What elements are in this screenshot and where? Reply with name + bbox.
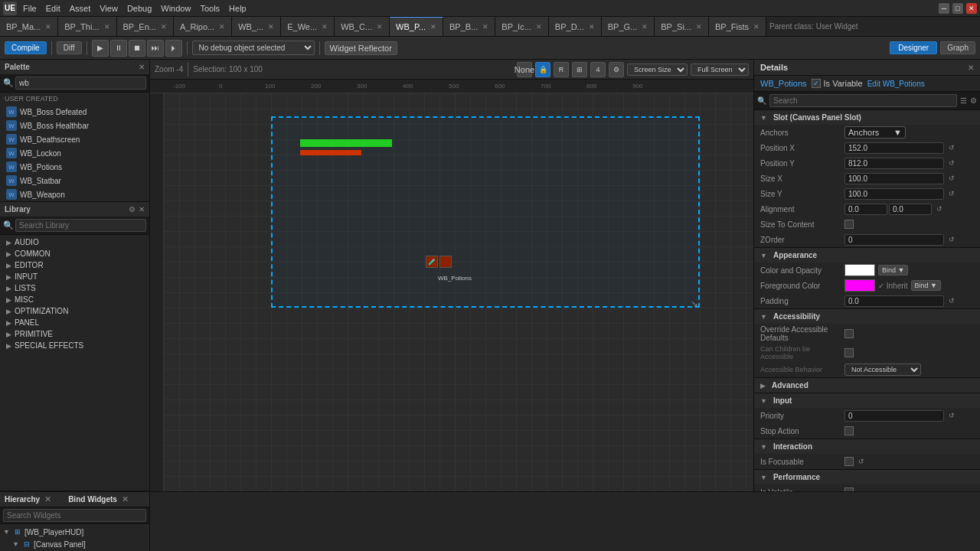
palette-item-deathscreen[interactable]: W WB_Deathscreen [0,132,149,146]
position-x-input[interactable] [844,142,944,154]
input-section-header[interactable]: ▼ Input [754,393,980,408]
palette-header[interactable]: Palette ✕ [0,60,149,74]
library-common[interactable]: ▶COMMON [0,248,149,259]
tab-bp-si[interactable]: BP_Si...✕ [655,17,709,37]
color-swatch[interactable] [844,264,875,276]
view-none-button[interactable]: None [517,62,532,77]
designer-button[interactable]: Designer [890,41,937,54]
alignment-y-input[interactable] [889,204,932,215]
details-search-input[interactable] [769,94,957,107]
tab-wb-c[interactable]: WB_C...✕ [335,17,390,37]
size-y-input[interactable] [844,188,944,200]
diff-button[interactable]: Diff [57,41,82,54]
bind-foreground-button[interactable]: Bind ▼ [911,280,941,291]
tab-bp-b[interactable]: BP_B...✕ [443,17,495,37]
palette-close[interactable]: ✕ [139,63,145,71]
tab-wb-p[interactable]: WB_P...✕ [390,17,443,37]
skip-button[interactable]: ⏭ [147,40,164,57]
menu-tools[interactable]: Tools [200,4,220,13]
reset-icon[interactable]: ↺ [947,159,956,167]
is-variable-toggle[interactable]: Is Variable [812,79,863,88]
library-primitive[interactable]: ▶PRIMITIVE [0,328,149,340]
edit-wb-potions-link[interactable]: Edit WB_Potions [867,80,925,88]
hierarchy-close[interactable]: ✕ [44,494,51,504]
details-close[interactable]: ✕ [968,64,974,72]
palette-search-input[interactable] [15,77,146,90]
library-lists[interactable]: ▶LISTS [0,282,149,294]
view-lock-button[interactable]: 🔒 [535,62,550,77]
tab-wb[interactable]: WB_...✕ [232,17,281,37]
padding-input[interactable] [844,295,944,307]
menu-window[interactable]: Window [161,4,191,13]
library-panel[interactable]: ▶PANEL [0,317,149,328]
tab-bp-ma[interactable]: BP_Ma...✕ [0,17,58,37]
wb-potions-widget[interactable]: 🧪 WB_Potions [426,256,452,268]
pause-button[interactable]: ⏸ [110,40,127,57]
is-variable-checkbox[interactable] [812,79,821,88]
canvas-content[interactable]: 🧪 WB_Potions ↘ [164,93,753,491]
size-x-input[interactable] [844,173,944,184]
stop-button[interactable]: ⏹ [129,40,145,57]
screen-size-select[interactable]: Screen Size [627,64,688,76]
foreground-swatch[interactable] [844,279,875,292]
debug-object-select[interactable]: No debug object selected [192,41,315,55]
focusable-checkbox[interactable] [844,457,854,466]
hier-item-wb-playerhud[interactable]: ▼ ⊞ [WB_PlayerHUD] [0,526,149,538]
view-grid-button[interactable]: ⊞ [572,62,587,77]
library-header[interactable]: Library ⚙ ✕ [0,202,149,217]
palette-item-boss-defeated[interactable]: W WB_Boss Defeated [0,105,149,119]
tab-a-ripo[interactable]: A_Ripo...✕ [174,17,232,37]
library-input[interactable]: ▶INPUT [0,271,149,282]
reset-icon[interactable]: ↺ [947,174,956,182]
position-y-input[interactable] [844,158,944,169]
widget-reflector-button[interactable]: Widget Reflector [325,41,397,55]
library-special-effects[interactable]: ▶SPECIAL EFFECTS [0,340,149,351]
tab-bp-en[interactable]: BP_En...✕ [117,17,174,37]
menu-view[interactable]: View [100,4,118,13]
library-editor[interactable]: ▶EDITOR [0,259,149,271]
menu-edit[interactable]: Edit [46,4,60,13]
library-close[interactable]: ✕ [139,205,145,214]
zorder-input[interactable] [844,234,944,246]
anchors-dropdown[interactable]: Anchors ▼ [844,126,906,139]
advanced-section-header[interactable]: ▶ Advanced [754,378,980,393]
reset-icon[interactable]: ↺ [935,205,944,213]
tab-bp-d[interactable]: BP_D...✕ [549,17,602,37]
interaction-section-header[interactable]: ▼ Interaction [754,439,980,454]
library-misc[interactable]: ▶MISC [0,294,149,305]
appearance-section-header[interactable]: ▼ Appearance [754,248,980,262]
accessibility-section-header[interactable]: ▼ Accessibility [754,309,980,324]
close-button[interactable]: ✕ [966,3,977,14]
palette-item-potions[interactable]: W WB_Potions [0,160,149,174]
override-checkbox[interactable] [844,329,854,338]
menu-help[interactable]: Help [229,4,247,13]
reset-icon[interactable]: ↺ [947,297,956,305]
menu-file[interactable]: File [23,4,37,13]
reset-icon[interactable]: ↺ [947,190,956,197]
tab-e-we[interactable]: E_We...✕ [281,17,335,37]
priority-input[interactable] [844,410,944,422]
palette-item-statbar[interactable]: W WB_Statbar [0,174,149,187]
view-r-button[interactable]: R [554,62,569,77]
alignment-x-input[interactable] [844,204,887,215]
reset-icon[interactable]: ↺ [947,412,956,419]
stop-action-checkbox[interactable] [844,426,854,435]
accessible-behavior-select[interactable]: Not Accessible [844,364,921,376]
settings-icon[interactable]: ⚙ [129,205,136,214]
tab-bp-thi[interactable]: BP_Thi...✕ [58,17,116,37]
can-children-checkbox[interactable] [844,348,854,357]
reset-icon[interactable]: ↺ [947,236,956,243]
widget-name-label[interactable]: WB_Potions [760,79,807,88]
library-optimization[interactable]: ▶OPTIMIZATION [0,305,149,317]
minimize-button[interactable]: ─ [939,3,949,14]
view-4-button[interactable]: 4 [590,62,606,77]
palette-item-lockon[interactable]: W WB_Lockon [0,146,149,160]
widget-frame[interactable]: 🧪 WB_Potions ↘ [271,116,700,308]
bind-color-button[interactable]: Bind ▼ [878,265,908,276]
settings-icon[interactable]: ⚙ [970,96,977,105]
list-view-icon[interactable]: ☰ [960,96,967,105]
performance-section-header[interactable]: ▼ Performance [754,470,980,484]
hier-item-canvas-panel[interactable]: ▼ ⊟ [Canvas Panel] [0,538,149,550]
menu-debug[interactable]: Debug [127,4,152,13]
bind-widgets-close[interactable]: ✕ [122,494,129,504]
